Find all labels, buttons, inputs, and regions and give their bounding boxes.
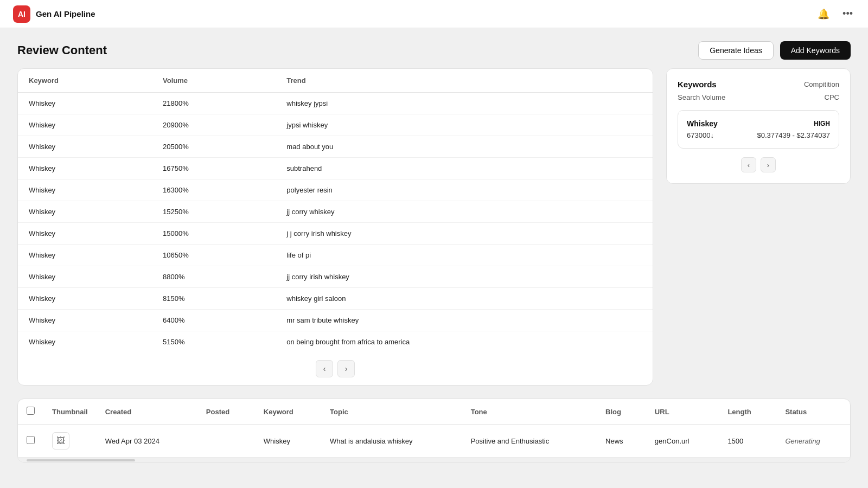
cell-volume: 8150% [152, 288, 276, 310]
main-content: Keyword Volume Trend Whiskey 21800% whis… [0, 68, 868, 399]
cell-keyword: Whiskey [18, 266, 152, 288]
scroll-indicator [27, 459, 135, 461]
cell-trend: jj corry whiskey [276, 201, 653, 223]
row-checkbox[interactable] [27, 436, 35, 444]
cell-tone: Positive and Enthusiastic [462, 425, 597, 458]
cell-keyword: Whiskey [18, 245, 152, 266]
keyword-table-card: Keyword Volume Trend Whiskey 21800% whis… [17, 68, 653, 386]
kd-cpc: $0.377439 - $2.374037 [757, 131, 830, 139]
cell-trend: jj corry irish whiskey [276, 266, 653, 288]
add-keywords-button[interactable]: Add Keywords [780, 41, 851, 60]
cell-keyword: Whiskey [18, 201, 152, 223]
cell-volume: 8800% [152, 266, 276, 288]
keyword-detail-box: Whiskey HIGH 673000↓ $0.377439 - $2.3740… [678, 110, 839, 149]
cell-trend: on being brought from africa to america [276, 331, 653, 353]
kd-volume: 673000↓ [687, 131, 714, 139]
table-row: Whiskey 15250% jj corry whiskey [18, 201, 653, 223]
nav-right: 🔔 ••• [815, 6, 855, 22]
col-length: Length [719, 399, 776, 425]
cell-status: Generating [776, 425, 850, 458]
scroll-bar[interactable] [18, 458, 850, 462]
cell-posted [197, 425, 255, 458]
cpc-label: CPC [825, 93, 839, 101]
cell-keyword: Whiskey [18, 223, 152, 245]
app-logo: AI [13, 5, 30, 23]
keywords-card-subheader: Search Volume CPC [678, 93, 839, 101]
page-title: Review Content [17, 43, 107, 57]
cell-keyword: Whiskey [18, 93, 152, 114]
cell-trend: j j corry irish whiskey [276, 223, 653, 245]
cell-checkbox [18, 425, 43, 458]
table-row: Whiskey 5150% on being brought from afri… [18, 331, 653, 353]
table-row: 🖼 Wed Apr 03 2024 Whiskey What is andalu… [18, 425, 850, 458]
col-trend: Trend [276, 69, 653, 93]
top-navigation: AI Gen AI Pipeline 🔔 ••• [0, 0, 868, 28]
kd-next-button[interactable]: › [761, 157, 776, 172]
cell-volume: 20900% [152, 114, 276, 136]
kd-competition-badge: HIGH [814, 120, 830, 127]
cell-trend: whiskey girl saloon [276, 288, 653, 310]
cell-topic: What is andalusia whiskey [321, 425, 462, 458]
cell-keyword: Whiskey [18, 158, 152, 179]
cell-volume: 10650% [152, 245, 276, 266]
select-all-checkbox[interactable] [27, 407, 35, 415]
cell-volume: 16750% [152, 158, 276, 179]
cell-trend: subtrahend [276, 158, 653, 179]
cell-trend: whiskey jypsi [276, 93, 653, 114]
content-table: Thumbnail Created Posted Keyword Topic T… [18, 399, 850, 458]
cell-url: genCon.url [646, 425, 719, 458]
cell-keyword: Whiskey [18, 310, 152, 331]
next-page-button[interactable]: › [337, 360, 355, 377]
kd-name: Whiskey [687, 119, 718, 128]
col-blog: Blog [597, 399, 646, 425]
cell-volume: 16300% [152, 179, 276, 201]
cell-trend: mad about you [276, 136, 653, 158]
cell-trend: jypsi whiskey [276, 114, 653, 136]
cell-volume: 5150% [152, 331, 276, 353]
col-created: Created [97, 399, 197, 425]
table-row: Whiskey 15000% j j corry irish whiskey [18, 223, 653, 245]
col-select-all [18, 399, 43, 425]
kd-top: Whiskey HIGH [687, 119, 830, 128]
cell-keyword: Whiskey [18, 331, 152, 353]
keyword-table-body: Whiskey 21800% whiskey jypsi Whiskey 209… [18, 93, 653, 353]
cell-volume: 6400% [152, 310, 276, 331]
table-row: Whiskey 16300% polyester resin [18, 179, 653, 201]
col-thumbnail: Thumbnail [43, 399, 97, 425]
search-volume-label: Search Volume [678, 93, 725, 101]
col-status: Status [776, 399, 850, 425]
prev-page-button[interactable]: ‹ [316, 360, 333, 377]
generate-ideas-button[interactable]: Generate Ideas [698, 41, 774, 60]
notifications-button[interactable]: 🔔 [815, 6, 832, 22]
table-row: Whiskey 10650% life of pi [18, 245, 653, 266]
thumbnail-icon: 🖼 [52, 432, 69, 450]
cell-keyword: Whiskey [18, 179, 152, 201]
kd-prev-button[interactable]: ‹ [741, 157, 756, 172]
cell-keyword: Whiskey [18, 288, 152, 310]
content-table-card: Thumbnail Created Posted Keyword Topic T… [17, 399, 851, 463]
cell-length: 1500 [719, 425, 776, 458]
col-posted: Posted [197, 399, 255, 425]
cell-trend: polyester resin [276, 179, 653, 201]
nav-left: AI Gen AI Pipeline [13, 5, 95, 23]
table-row: Whiskey 8150% whiskey girl saloon [18, 288, 653, 310]
keywords-detail-card: Keywords Compitition Search Volume CPC W… [666, 68, 851, 184]
more-options-button[interactable]: ••• [840, 6, 855, 22]
col-url: URL [646, 399, 719, 425]
cell-thumbnail: 🖼 [43, 425, 97, 458]
table-row: Whiskey 20500% mad about you [18, 136, 653, 158]
col-topic: Topic [321, 399, 462, 425]
kd-bottom: 673000↓ $0.377439 - $2.374037 [687, 131, 830, 139]
table-row: Whiskey 16750% subtrahend [18, 158, 653, 179]
keywords-card-header: Keywords Compitition [678, 80, 839, 89]
col-tone: Tone [462, 399, 597, 425]
cell-created: Wed Apr 03 2024 [97, 425, 197, 458]
cell-keyword: Whiskey [18, 114, 152, 136]
content-table-header-row: Thumbnail Created Posted Keyword Topic T… [18, 399, 850, 425]
bottom-section: Thumbnail Created Posted Keyword Topic T… [0, 399, 868, 476]
cell-volume: 15250% [152, 201, 276, 223]
col-volume: Volume [152, 69, 276, 93]
cell-trend: life of pi [276, 245, 653, 266]
app-title: Gen AI Pipeline [36, 9, 95, 18]
col-keyword: Keyword [255, 399, 321, 425]
